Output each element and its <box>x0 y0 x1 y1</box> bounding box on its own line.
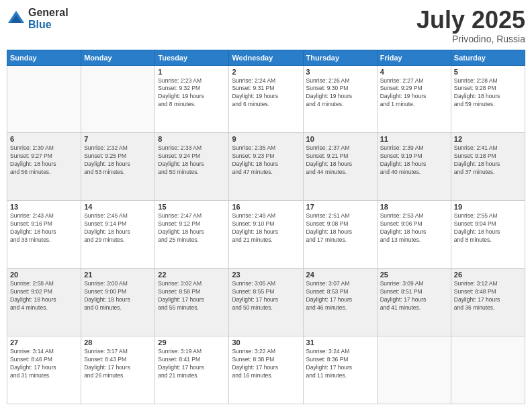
day-number: 27 <box>10 338 78 347</box>
day-number: 3 <box>306 68 374 76</box>
day-info: Sunrise: 3:05 AMSunset: 8:55 PMDaylight:… <box>232 280 300 312</box>
day-info: Sunrise: 2:39 AMSunset: 9:19 PMDaylight:… <box>380 144 448 177</box>
day-number: 17 <box>306 203 374 211</box>
table-row: 24Sunrise: 3:07 AMSunset: 8:53 PMDayligh… <box>303 269 377 336</box>
table-row: 7Sunrise: 2:32 AMSunset: 9:25 PMDaylight… <box>81 133 155 201</box>
table-row: 14Sunrise: 2:45 AMSunset: 9:14 PMDayligh… <box>81 201 155 269</box>
day-number: 11 <box>380 135 448 143</box>
header-thursday: Thursday <box>303 50 377 65</box>
day-number: 4 <box>380 68 448 76</box>
table-row: 28Sunrise: 3:17 AMSunset: 8:43 PMDayligh… <box>81 336 155 404</box>
table-row: 16Sunrise: 2:49 AMSunset: 9:10 PMDayligh… <box>229 201 303 269</box>
table-row: 26Sunrise: 3:12 AMSunset: 8:48 PMDayligh… <box>451 269 525 336</box>
day-info: Sunrise: 3:07 AMSunset: 8:53 PMDaylight:… <box>306 280 374 312</box>
day-number: 20 <box>10 271 78 279</box>
table-row: 29Sunrise: 3:19 AMSunset: 8:41 PMDayligh… <box>155 336 229 404</box>
table-row: 2Sunrise: 2:24 AMSunset: 9:31 PMDaylight… <box>229 65 303 133</box>
table-row: 15Sunrise: 2:47 AMSunset: 9:12 PMDayligh… <box>155 201 229 269</box>
day-info: Sunrise: 2:47 AMSunset: 9:12 PMDaylight:… <box>158 212 226 244</box>
day-number: 15 <box>158 203 226 211</box>
day-number: 23 <box>232 271 300 279</box>
day-number: 6 <box>10 135 78 143</box>
day-number: 29 <box>158 338 226 347</box>
day-info: Sunrise: 3:09 AMSunset: 8:51 PMDaylight:… <box>380 280 448 312</box>
day-info: Sunrise: 3:24 AMSunset: 8:36 PMDaylight:… <box>306 348 374 380</box>
calendar-week-row: 1Sunrise: 2:23 AMSunset: 9:32 PMDaylight… <box>7 65 525 133</box>
calendar-week-row: 6Sunrise: 2:30 AMSunset: 9:27 PMDaylight… <box>7 133 525 201</box>
day-number: 1 <box>158 68 226 76</box>
day-info: Sunrise: 3:00 AMSunset: 9:00 PMDaylight:… <box>84 280 152 312</box>
table-row: 30Sunrise: 3:22 AMSunset: 8:38 PMDayligh… <box>229 336 303 404</box>
table-row: 6Sunrise: 2:30 AMSunset: 9:27 PMDaylight… <box>7 133 81 201</box>
day-number: 26 <box>454 271 522 279</box>
day-number: 5 <box>454 68 522 76</box>
day-info: Sunrise: 2:43 AMSunset: 9:16 PMDaylight:… <box>10 212 78 244</box>
day-info: Sunrise: 3:12 AMSunset: 8:48 PMDaylight:… <box>454 280 522 312</box>
table-row: 17Sunrise: 2:51 AMSunset: 9:08 PMDayligh… <box>303 201 377 269</box>
table-row: 3Sunrise: 2:26 AMSunset: 9:30 PMDaylight… <box>303 65 377 133</box>
day-info: Sunrise: 2:49 AMSunset: 9:10 PMDaylight:… <box>232 212 300 244</box>
day-number: 21 <box>84 271 152 279</box>
day-info: Sunrise: 3:14 AMSunset: 8:46 PMDaylight:… <box>10 348 78 380</box>
day-info: Sunrise: 2:30 AMSunset: 9:27 PMDaylight:… <box>10 144 78 177</box>
logo-general: General <box>28 7 69 19</box>
day-number: 28 <box>84 338 152 347</box>
table-row: 22Sunrise: 3:02 AMSunset: 8:58 PMDayligh… <box>155 269 229 336</box>
day-number: 13 <box>10 203 78 211</box>
day-info: Sunrise: 2:41 AMSunset: 9:18 PMDaylight:… <box>454 144 522 177</box>
day-number: 16 <box>232 203 300 211</box>
day-info: Sunrise: 2:32 AMSunset: 9:25 PMDaylight:… <box>84 144 152 177</box>
day-info: Sunrise: 2:23 AMSunset: 9:32 PMDaylight:… <box>158 77 226 109</box>
day-info: Sunrise: 2:35 AMSunset: 9:23 PMDaylight:… <box>232 144 300 177</box>
day-number: 31 <box>306 338 374 347</box>
day-info: Sunrise: 3:02 AMSunset: 8:58 PMDaylight:… <box>158 280 226 312</box>
day-info: Sunrise: 2:58 AMSunset: 9:02 PMDaylight:… <box>10 280 78 312</box>
calendar-header-row: Sunday Monday Tuesday Wednesday Thursday… <box>7 50 525 65</box>
table-row <box>7 65 81 133</box>
header-friday: Friday <box>377 50 451 65</box>
table-row <box>377 336 451 404</box>
day-number: 24 <box>306 271 374 279</box>
logo-text: General Blue <box>28 7 69 30</box>
day-info: Sunrise: 3:17 AMSunset: 8:43 PMDaylight:… <box>84 348 152 380</box>
day-info: Sunrise: 2:33 AMSunset: 9:24 PMDaylight:… <box>158 144 226 177</box>
location: Privodino, Russia <box>416 34 525 44</box>
table-row: 20Sunrise: 2:58 AMSunset: 9:02 PMDayligh… <box>7 269 81 336</box>
table-row: 11Sunrise: 2:39 AMSunset: 9:19 PMDayligh… <box>377 133 451 201</box>
table-row: 12Sunrise: 2:41 AMSunset: 9:18 PMDayligh… <box>451 133 525 201</box>
day-info: Sunrise: 2:28 AMSunset: 9:28 PMDaylight:… <box>454 77 522 109</box>
month-title: July 2025 <box>416 7 525 34</box>
table-row: 19Sunrise: 2:55 AMSunset: 9:04 PMDayligh… <box>451 201 525 269</box>
day-info: Sunrise: 2:37 AMSunset: 9:21 PMDaylight:… <box>306 144 374 177</box>
table-row: 23Sunrise: 3:05 AMSunset: 8:55 PMDayligh… <box>229 269 303 336</box>
day-number: 10 <box>306 135 374 143</box>
table-row: 5Sunrise: 2:28 AMSunset: 9:28 PMDaylight… <box>451 65 525 133</box>
calendar-week-row: 27Sunrise: 3:14 AMSunset: 8:46 PMDayligh… <box>7 336 525 404</box>
day-number: 30 <box>232 338 300 347</box>
day-info: Sunrise: 2:27 AMSunset: 9:29 PMDaylight:… <box>380 77 448 109</box>
day-info: Sunrise: 2:53 AMSunset: 9:06 PMDaylight:… <box>380 212 448 244</box>
calendar-week-row: 20Sunrise: 2:58 AMSunset: 9:02 PMDayligh… <box>7 269 525 336</box>
table-row: 27Sunrise: 3:14 AMSunset: 8:46 PMDayligh… <box>7 336 81 404</box>
table-row: 9Sunrise: 2:35 AMSunset: 9:23 PMDaylight… <box>229 133 303 201</box>
day-number: 8 <box>158 135 226 143</box>
header-sunday: Sunday <box>7 50 81 65</box>
logo-blue: Blue <box>28 19 69 31</box>
day-info: Sunrise: 2:55 AMSunset: 9:04 PMDaylight:… <box>454 212 522 244</box>
table-row: 21Sunrise: 3:00 AMSunset: 9:00 PMDayligh… <box>81 269 155 336</box>
day-number: 18 <box>380 203 448 211</box>
day-number: 22 <box>158 271 226 279</box>
table-row: 25Sunrise: 3:09 AMSunset: 8:51 PMDayligh… <box>377 269 451 336</box>
header: General Blue July 2025 Privodino, Russia <box>7 7 525 44</box>
day-info: Sunrise: 2:24 AMSunset: 9:31 PMDaylight:… <box>232 77 300 109</box>
table-row: 31Sunrise: 3:24 AMSunset: 8:36 PMDayligh… <box>303 336 377 404</box>
header-wednesday: Wednesday <box>229 50 303 65</box>
day-number: 12 <box>454 135 522 143</box>
table-row: 18Sunrise: 2:53 AMSunset: 9:06 PMDayligh… <box>377 201 451 269</box>
day-info: Sunrise: 3:19 AMSunset: 8:41 PMDaylight:… <box>158 348 226 380</box>
calendar-table: Sunday Monday Tuesday Wednesday Thursday… <box>7 50 525 404</box>
header-monday: Monday <box>81 50 155 65</box>
header-tuesday: Tuesday <box>155 50 229 65</box>
day-info: Sunrise: 2:51 AMSunset: 9:08 PMDaylight:… <box>306 212 374 244</box>
table-row: 10Sunrise: 2:37 AMSunset: 9:21 PMDayligh… <box>303 133 377 201</box>
